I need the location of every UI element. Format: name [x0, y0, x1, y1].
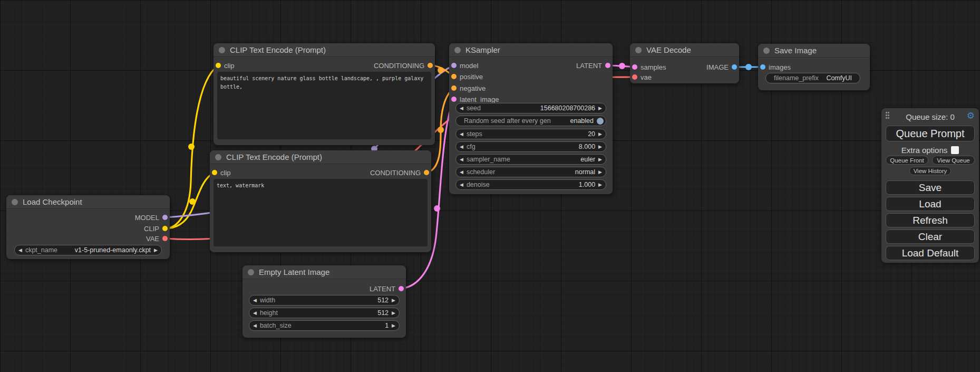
- extra-options-checkbox[interactable]: [951, 146, 959, 154]
- widget-width[interactable]: ◀ width 512 ▶: [249, 295, 400, 306]
- conditioning-output-dot[interactable]: [428, 63, 433, 68]
- vae-input-dot[interactable]: [632, 74, 637, 80]
- output-slot-model[interactable]: MODEL: [135, 212, 168, 223]
- toggle-knob-icon[interactable]: [597, 118, 604, 125]
- output-slot-conditioning[interactable]: CONDITIONING: [370, 167, 429, 178]
- latent-output-dot[interactable]: [399, 286, 404, 291]
- node-empty-latent-image[interactable]: Empty Latent Image LATENT ◀ width 512 ▶ …: [242, 265, 406, 338]
- save-button[interactable]: Save: [886, 180, 975, 195]
- node-title-bar[interactable]: CLIP Text Encode (Prompt): [210, 150, 431, 164]
- output-slot-vae[interactable]: VAE: [146, 233, 168, 244]
- decrement-arrow-icon[interactable]: ◀: [460, 145, 463, 149]
- gear-icon[interactable]: ⚙: [967, 110, 975, 121]
- increment-arrow-icon[interactable]: ▶: [598, 170, 602, 175]
- positive-prompt-textarea[interactable]: beautiful scenery nature glass bottle la…: [217, 72, 431, 139]
- queue-prompt-button[interactable]: Queue Prompt: [886, 126, 975, 141]
- node-clip-text-encode-positive[interactable]: CLIP Text Encode (Prompt) clip CONDITION…: [214, 43, 435, 145]
- clear-button[interactable]: Clear: [886, 230, 975, 244]
- increment-arrow-icon[interactable]: ▶: [154, 248, 158, 253]
- node-title-bar[interactable]: Empty Latent Image: [242, 265, 406, 279]
- increment-arrow-icon[interactable]: ▶: [392, 323, 395, 328]
- node-title-bar[interactable]: Save Image: [758, 44, 870, 58]
- increment-arrow-icon[interactable]: ▶: [598, 183, 602, 187]
- widget-filename-prefix[interactable]: filename_prefix ComfyUI: [765, 73, 860, 83]
- view-queue-button[interactable]: View Queue: [932, 156, 975, 165]
- queue-panel[interactable]: Queue size: 0 ⚙ Queue Prompt Extra optio…: [881, 108, 979, 263]
- decrement-arrow-icon[interactable]: ◀: [253, 311, 257, 316]
- node-graph-canvas[interactable]: Load Checkpoint MODEL CLIP VAE ◀ ckpt_na…: [0, 0, 980, 372]
- output-slot-clip[interactable]: CLIP: [144, 223, 168, 234]
- conditioning-input-dot[interactable]: [451, 74, 457, 79]
- conditioning-output-dot[interactable]: [424, 170, 429, 175]
- collapse-dot-icon[interactable]: [219, 47, 225, 53]
- latent-input-dot[interactable]: [451, 97, 457, 102]
- clip-input-dot[interactable]: [216, 63, 221, 68]
- node-ksampler[interactable]: KSampler model positive negative latent_…: [449, 43, 613, 194]
- decrement-arrow-icon[interactable]: ◀: [18, 248, 22, 253]
- queue-front-button[interactable]: Queue Front: [886, 156, 928, 165]
- collapse-dot-icon[interactable]: [215, 154, 221, 160]
- collapse-dot-icon[interactable]: [12, 199, 18, 205]
- output-slot-conditioning[interactable]: CONDITIONING: [374, 60, 433, 71]
- drag-handle-icon[interactable]: [886, 112, 890, 120]
- latent-input-dot[interactable]: [632, 64, 637, 70]
- node-title-bar[interactable]: KSampler: [449, 43, 613, 57]
- node-save-image[interactable]: Save Image images filename_prefix ComfyU…: [758, 44, 870, 90]
- image-output-dot[interactable]: [732, 64, 737, 70]
- input-slot-clip[interactable]: clip: [212, 167, 231, 178]
- input-slot-images[interactable]: images: [760, 62, 791, 72]
- widget-ckpt-name[interactable]: ◀ ckpt_name v1-5-pruned-emaonly.ckpt ▶: [14, 245, 162, 255]
- decrement-arrow-icon[interactable]: ◀: [460, 106, 463, 111]
- clip-input-dot[interactable]: [212, 170, 217, 175]
- input-slot-samples[interactable]: samples: [632, 62, 666, 72]
- output-slot-image[interactable]: IMAGE: [706, 62, 737, 72]
- increment-arrow-icon[interactable]: ▶: [392, 311, 395, 316]
- increment-arrow-icon[interactable]: ▶: [392, 298, 395, 303]
- input-slot-model[interactable]: model: [451, 60, 478, 71]
- input-slot-vae[interactable]: vae: [632, 72, 652, 82]
- widget-sampler-name[interactable]: ◀ sampler_name euler ▶: [455, 154, 606, 165]
- model-output-dot[interactable]: [162, 215, 168, 220]
- node-vae-decode[interactable]: VAE Decode samples vae IMAGE: [630, 43, 739, 83]
- widget-random-seed-toggle[interactable]: Random seed after every gen enabled: [455, 116, 606, 126]
- widget-height[interactable]: ◀ height 512 ▶: [249, 308, 400, 318]
- node-title-bar[interactable]: VAE Decode: [630, 43, 739, 57]
- node-title-bar[interactable]: CLIP Text Encode (Prompt): [214, 43, 435, 57]
- output-slot-latent[interactable]: LATENT: [576, 60, 610, 71]
- node-clip-text-encode-negative[interactable]: CLIP Text Encode (Prompt) clip CONDITION…: [210, 150, 431, 252]
- load-default-button[interactable]: Load Default: [886, 246, 975, 260]
- view-history-button[interactable]: View History: [909, 167, 951, 175]
- increment-arrow-icon[interactable]: ▶: [598, 132, 602, 137]
- negative-prompt-textarea[interactable]: text, watermark: [214, 179, 428, 246]
- input-slot-clip[interactable]: clip: [216, 60, 235, 71]
- collapse-dot-icon[interactable]: [248, 269, 254, 275]
- decrement-arrow-icon[interactable]: ◀: [460, 132, 463, 137]
- widget-batch-size[interactable]: ◀ batch_size 1 ▶: [249, 320, 400, 331]
- collapse-dot-icon[interactable]: [763, 47, 770, 54]
- widget-seed[interactable]: ◀ seed 156680208700286 ▶: [455, 103, 606, 113]
- collapse-dot-icon[interactable]: [454, 47, 461, 53]
- widget-denoise[interactable]: ◀ denoise 1.000 ▶: [455, 179, 606, 190]
- latent-output-dot[interactable]: [605, 63, 610, 68]
- widget-steps[interactable]: ◀ steps 20 ▶: [455, 129, 606, 139]
- node-load-checkpoint[interactable]: Load Checkpoint MODEL CLIP VAE ◀ ckpt_na…: [6, 195, 170, 259]
- decrement-arrow-icon[interactable]: ◀: [460, 157, 463, 162]
- collapse-dot-icon[interactable]: [635, 47, 642, 53]
- increment-arrow-icon[interactable]: ▶: [598, 157, 602, 162]
- load-button[interactable]: Load: [886, 197, 975, 211]
- input-slot-positive[interactable]: positive: [451, 71, 483, 82]
- conditioning-input-dot[interactable]: [451, 85, 457, 91]
- refresh-button[interactable]: Refresh: [886, 213, 975, 227]
- decrement-arrow-icon[interactable]: ◀: [253, 298, 257, 303]
- node-title-bar[interactable]: Load Checkpoint: [6, 195, 170, 209]
- decrement-arrow-icon[interactable]: ◀: [460, 183, 463, 187]
- widget-scheduler[interactable]: ◀ scheduler normal ▶: [455, 167, 606, 177]
- widget-cfg[interactable]: ◀ cfg 8.000 ▶: [455, 141, 606, 152]
- clip-output-dot[interactable]: [162, 226, 168, 231]
- output-slot-latent[interactable]: LATENT: [370, 283, 404, 294]
- increment-arrow-icon[interactable]: ▶: [598, 106, 602, 111]
- decrement-arrow-icon[interactable]: ◀: [460, 170, 463, 175]
- input-slot-negative[interactable]: negative: [451, 83, 486, 93]
- model-input-dot[interactable]: [451, 63, 457, 68]
- decrement-arrow-icon[interactable]: ◀: [253, 323, 257, 328]
